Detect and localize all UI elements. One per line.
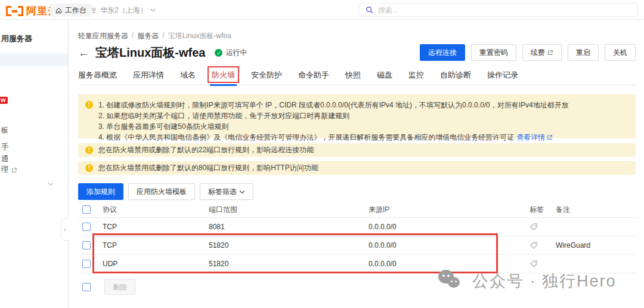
shutdown-button[interactable]: 关机 xyxy=(605,44,636,61)
port80-warning-notice: ! 您在防火墙禁用或删除了默认的80端口放行规则，影响HTTP访问功能 xyxy=(78,161,636,175)
status-badge: ✓ 运行中 xyxy=(215,48,247,58)
view-detail-link[interactable]: 查看详情 xyxy=(516,132,553,143)
external-link-icon xyxy=(547,50,553,56)
region-label: 华东2（上海） xyxy=(100,5,147,16)
page-title: 宝塔Linux面板-wfea xyxy=(95,45,205,61)
logo-dash-icon xyxy=(12,10,17,13)
new-badge: W xyxy=(0,97,8,104)
sidebar-product-title: 用服务器 xyxy=(1,33,32,44)
sidebar-item-network[interactable]: 通 xyxy=(1,154,9,164)
active-tab-underline xyxy=(210,84,237,86)
detail-tabs: 服务器概览 应用详情 域名 防火墙 安全防护 命令助手 快照 磁盘 监控 自助诊… xyxy=(78,70,636,85)
table-row: TCP 51820 0.0.0.0/0 WireGuard xyxy=(78,236,636,255)
workbench-label: 工作台 xyxy=(65,5,86,16)
chevron-down-icon xyxy=(239,190,245,194)
select-all-checkbox[interactable] xyxy=(82,205,91,214)
region-selector[interactable]: 华东2（上海） xyxy=(91,4,156,17)
tab-snapshot[interactable]: 快照 xyxy=(345,70,361,85)
footer-checkbox[interactable] xyxy=(82,283,91,291)
tab-security[interactable]: 安全防护 xyxy=(251,70,282,85)
sidebar-collapse-handle[interactable]: ‹ xyxy=(61,218,69,241)
tab-firewall[interactable]: 防火墙 xyxy=(212,70,235,85)
tag-icon[interactable] xyxy=(530,260,538,268)
table-header: 协议 端口范围 来源IP 标签 备注 xyxy=(78,205,636,218)
breadcrumb-current: 宝塔Linux面板-wfea xyxy=(168,31,231,41)
chevron-down-icon[interactable] xyxy=(48,182,54,186)
tab-server-overview[interactable]: 服务器概览 xyxy=(78,70,117,85)
watermark-text: 公众号 · 独行Hero xyxy=(472,270,617,292)
warning-icon: ! xyxy=(85,164,93,172)
breadcrumb-item[interactable]: 轻量应用服务器 xyxy=(78,31,128,41)
back-button[interactable]: ← xyxy=(78,47,89,58)
logo-bracket-icon xyxy=(18,6,23,16)
delete-button[interactable]: 删除 xyxy=(104,279,135,295)
search-icon xyxy=(366,6,373,14)
sidebar-item-assistant[interactable]: 手 xyxy=(1,142,9,152)
tab-app-detail[interactable]: 应用详情 xyxy=(133,70,164,85)
main-content: 轻量应用服务器 / 服务器 / 宝塔Linux面板-wfea ← 宝塔Linux… xyxy=(69,20,644,308)
sidebar-item-selected[interactable] xyxy=(0,53,68,66)
tab-command-assistant[interactable]: 命令助手 xyxy=(298,70,329,85)
warning-icon: ! xyxy=(85,101,93,109)
sidebar-item-manage[interactable]: 理 xyxy=(1,165,17,175)
tag-icon[interactable] xyxy=(530,223,538,231)
reset-password-button[interactable]: 重置密码 xyxy=(471,44,516,61)
workbench-button[interactable]: 工作台 xyxy=(50,4,92,17)
tab-disk[interactable]: 磁盘 xyxy=(377,70,392,85)
renew-button[interactable]: 续费 xyxy=(522,44,562,61)
sidebar-item-template[interactable]: 板 xyxy=(1,125,9,135)
row-checkbox[interactable] xyxy=(82,223,91,231)
row-checkbox[interactable] xyxy=(82,260,91,268)
add-rule-button[interactable]: 添加规则 xyxy=(78,183,123,200)
tab-operation-log[interactable]: 操作记录 xyxy=(487,70,518,85)
home-icon xyxy=(55,7,62,14)
port22-warning-notice: ! 您在防火墙禁用或删除了默认的22端口放行规则，影响远程连接功能 xyxy=(78,143,636,157)
tag-filter-button[interactable]: 标签筛选 xyxy=(200,183,253,200)
logo-bracket-icon xyxy=(6,6,11,16)
tab-domain[interactable]: 域名 xyxy=(180,70,196,85)
search-input[interactable] xyxy=(378,6,605,14)
firewall-info-notice: ! 1. 创建或修改防火墙规则时，限制IP来源可填写单个 IP，CIDR 段或者… xyxy=(78,94,636,138)
external-link-icon xyxy=(547,134,553,140)
breadcrumb-item[interactable]: 服务器 xyxy=(137,31,159,41)
chevron-down-icon xyxy=(150,8,156,12)
breadcrumb: 轻量应用服务器 / 服务器 / 宝塔Linux面板-wfea xyxy=(78,31,231,41)
table-row: UDP 51820 0.0.0.0/0 xyxy=(78,255,636,273)
remote-connect-button[interactable]: 远程连接 xyxy=(420,44,465,61)
apply-firewall-template-button[interactable]: 应用防火墙模板 xyxy=(128,183,195,200)
aliyun-console: 阿里云 工作台 华东2（上海） xyxy=(0,0,644,308)
tab-diagnosis[interactable]: 自助诊断 xyxy=(440,70,471,85)
tab-monitor[interactable]: 监控 xyxy=(408,70,424,85)
reboot-button[interactable]: 重启 xyxy=(568,44,599,61)
sidebar: 用服务器 W 板 手 通 理 ‹ xyxy=(0,20,69,308)
table-row: TCP 8081 0.0.0.0/0 xyxy=(78,218,636,236)
row-checkbox[interactable] xyxy=(82,241,91,250)
location-icon xyxy=(91,7,97,14)
warning-icon: ! xyxy=(85,146,93,154)
tag-icon[interactable] xyxy=(530,241,538,250)
running-check-icon: ✓ xyxy=(215,49,222,57)
global-search[interactable] xyxy=(359,3,638,17)
external-link-icon xyxy=(11,167,17,173)
top-bar: 阿里云 工作台 华东2（上海） xyxy=(0,0,644,20)
